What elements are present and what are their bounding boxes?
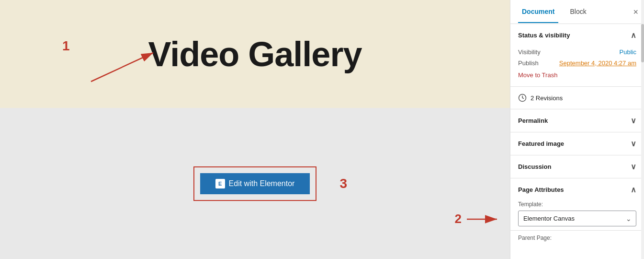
edit-with-elementor-button[interactable]: E Edit with Elementor xyxy=(200,173,310,194)
sidebar-tabs: Document Block × xyxy=(510,0,644,24)
scrollbar[interactable] xyxy=(641,0,644,259)
template-select[interactable]: Elementor Canvas xyxy=(518,211,636,226)
page-attributes-section: Page Attributes ∧ Template: Elementor Ca… xyxy=(510,178,644,231)
clock-icon xyxy=(518,94,527,102)
featured-image-header[interactable]: Featured image ∨ xyxy=(510,132,644,155)
discussion-section: Discussion ∨ xyxy=(510,155,644,178)
visibility-row: Visibility Public xyxy=(518,47,636,58)
parent-page-label: Parent Page: xyxy=(510,231,644,243)
editor-content: E Edit with Elementor 3 xyxy=(0,108,510,259)
tab-block[interactable]: Block xyxy=(566,1,590,23)
editor-area: Video Gallery 1 E Edit with Elementor xyxy=(0,0,510,259)
permalink-section: Permalink ∨ xyxy=(510,109,644,132)
elementor-icon: E xyxy=(215,179,225,188)
featured-image-section: Featured image ∨ xyxy=(510,132,644,155)
sidebar: Document Block × Status & visibility ∧ V… xyxy=(510,0,644,259)
status-visibility-section: Status & visibility ∧ Visibility Public … xyxy=(510,24,644,87)
elementor-button-wrapper: E Edit with Elementor xyxy=(193,166,317,201)
publish-date-value[interactable]: September 4, 2020 4:27 am xyxy=(559,59,636,67)
publish-row: Publish September 4, 2020 4:27 am xyxy=(518,58,636,69)
chevron-up-icon-pa: ∧ xyxy=(631,185,636,194)
permalink-header[interactable]: Permalink ∨ xyxy=(510,109,644,132)
chevron-up-icon: ∧ xyxy=(631,31,636,40)
status-visibility-content: Visibility Public Publish September 4, 2… xyxy=(510,47,644,86)
page-attributes-header[interactable]: Page Attributes ∧ xyxy=(510,178,644,201)
annotation-3: 3 xyxy=(339,176,347,191)
chevron-down-icon: ∨ xyxy=(631,116,636,125)
arrow-1 xyxy=(77,38,172,96)
template-select-wrapper: Elementor Canvas ⌄ xyxy=(518,211,636,226)
discussion-header[interactable]: Discussion ∨ xyxy=(510,155,644,178)
move-to-trash-link[interactable]: Move to Trash xyxy=(518,69,636,80)
chevron-down-icon-disc: ∨ xyxy=(631,162,636,171)
page-title: Video Gallery xyxy=(148,35,362,74)
template-label: Template: xyxy=(518,201,636,208)
editor-header: Video Gallery 1 xyxy=(0,0,510,108)
status-visibility-header[interactable]: Status & visibility ∧ xyxy=(510,24,644,47)
scrollbar-thumb[interactable] xyxy=(641,24,644,62)
annotation-1: 1 xyxy=(62,38,70,54)
visibility-value[interactable]: Public xyxy=(620,48,636,56)
template-section: Template: Elementor Canvas ⌄ xyxy=(510,201,644,230)
tab-document[interactable]: Document xyxy=(518,1,558,23)
chevron-down-icon-fi: ∨ xyxy=(631,139,636,148)
close-button[interactable]: × xyxy=(633,8,638,16)
revisions-section[interactable]: 2 Revisions xyxy=(510,87,644,109)
svg-line-1 xyxy=(91,53,153,82)
